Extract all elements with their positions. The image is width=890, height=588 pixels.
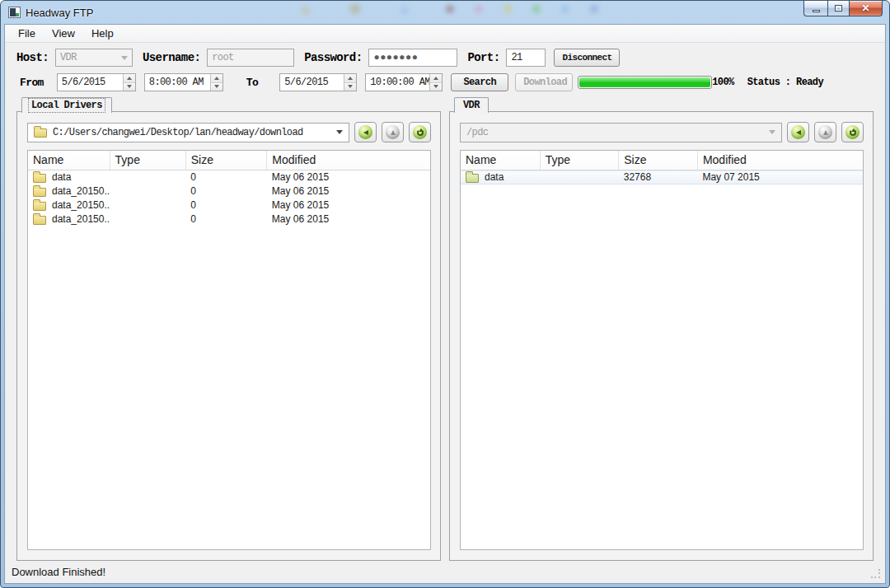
column-header-type[interactable]: Type bbox=[540, 151, 619, 170]
local-file-list: Name Type Size Modified data bbox=[27, 150, 431, 550]
file-row[interactable]: data_20150... 0 May 06 2015 bbox=[28, 212, 430, 226]
titlebar[interactable]: Headway FTP ✕ bbox=[1, 1, 889, 24]
close-icon: ✕ bbox=[861, 3, 869, 13]
progress-fill bbox=[579, 77, 710, 87]
app-icon bbox=[8, 7, 21, 18]
column-header-modified[interactable]: Modified bbox=[697, 151, 863, 170]
column-header-size[interactable]: Size bbox=[185, 151, 267, 170]
remote-path-combo[interactable]: /pdc bbox=[460, 123, 782, 142]
host-value: VDR bbox=[60, 52, 77, 63]
search-toolbar: From 5/6/2015 8:00:00 AM To 5/6/2015 10:… bbox=[5, 72, 885, 93]
status-bar-text: Download Finished! bbox=[12, 566, 105, 578]
file-name: data_20150... bbox=[52, 213, 110, 225]
spinner-up-icon[interactable] bbox=[430, 74, 442, 83]
local-refresh-button[interactable] bbox=[409, 122, 431, 142]
folder-icon bbox=[34, 128, 47, 138]
refresh-icon bbox=[850, 129, 856, 136]
host-combo[interactable]: VDR bbox=[55, 49, 133, 67]
menu-view[interactable]: View bbox=[44, 26, 83, 41]
dropdown-arrow-icon[interactable] bbox=[336, 130, 343, 134]
to-time-spinner[interactable]: 10:00:00 AM bbox=[365, 73, 443, 91]
file-name: data bbox=[52, 171, 71, 183]
password-value: ●●●●●●● bbox=[373, 52, 418, 63]
progress-percent: 100% bbox=[712, 77, 733, 88]
from-date-spinner[interactable]: 5/6/2015 bbox=[57, 73, 136, 91]
tab-local-drivers-label: Local Drivers bbox=[28, 98, 105, 113]
column-header-size[interactable]: Size bbox=[619, 151, 698, 170]
username-value: root bbox=[212, 52, 233, 63]
username-label: Username: bbox=[143, 51, 200, 64]
folder-icon bbox=[33, 188, 46, 197]
maximize-icon bbox=[835, 5, 842, 12]
file-type bbox=[110, 212, 185, 226]
table-header-row: Name Type Size Modified bbox=[28, 151, 430, 170]
username-field[interactable]: root bbox=[207, 49, 294, 67]
spinner-up-icon[interactable] bbox=[344, 74, 356, 83]
spinner-up-icon[interactable] bbox=[124, 74, 135, 83]
local-go-button[interactable] bbox=[354, 122, 377, 142]
to-time-value: 10:00:00 AM bbox=[366, 74, 429, 91]
file-size: 0 bbox=[185, 212, 267, 226]
file-row[interactable]: data 0 May 06 2015 bbox=[28, 170, 430, 184]
file-row[interactable]: data_20150... 0 May 06 2015 bbox=[28, 184, 430, 198]
refresh-icon bbox=[417, 129, 424, 136]
up-arrow-icon bbox=[823, 130, 828, 135]
folder-icon bbox=[33, 216, 46, 225]
titlebar-glass-reflection bbox=[281, 2, 660, 21]
remote-panel: VDR /pdc bbox=[449, 96, 874, 561]
from-time-value: 8:00:00 AM bbox=[145, 74, 210, 91]
file-size: 0 bbox=[185, 198, 267, 212]
minimize-button[interactable] bbox=[803, 1, 827, 16]
disconnect-button[interactable]: Disconnect bbox=[554, 49, 620, 67]
port-field[interactable]: 21 bbox=[506, 49, 546, 67]
resize-grip[interactable] bbox=[871, 569, 881, 579]
search-button[interactable]: Search bbox=[451, 73, 508, 91]
download-button[interactable]: Download bbox=[515, 73, 573, 91]
spinner-down-icon[interactable] bbox=[344, 83, 356, 91]
local-path-combo[interactable]: C:/Users/changwei/Desktop/lan/headway/do… bbox=[27, 123, 349, 142]
from-time-spinner[interactable]: 8:00:00 AM bbox=[144, 73, 223, 91]
column-header-name[interactable]: Name bbox=[28, 151, 110, 170]
remote-go-button[interactable] bbox=[787, 122, 809, 142]
tab-local-drivers[interactable]: Local Drivers bbox=[21, 97, 112, 113]
close-button[interactable]: ✕ bbox=[850, 1, 883, 16]
spinner-down-icon[interactable] bbox=[211, 83, 222, 91]
dropdown-arrow-icon[interactable] bbox=[769, 130, 775, 134]
dropdown-arrow-icon bbox=[121, 56, 128, 60]
tab-vdr[interactable]: VDR bbox=[454, 97, 489, 113]
to-date-spinner[interactable]: 5/6/2015 bbox=[279, 73, 357, 91]
to-date-value: 5/6/2015 bbox=[280, 74, 344, 91]
column-header-modified[interactable]: Modified bbox=[267, 151, 430, 170]
remote-refresh-button[interactable] bbox=[841, 122, 864, 142]
file-modified: May 06 2015 bbox=[267, 170, 430, 184]
file-type bbox=[540, 170, 619, 184]
remote-up-button[interactable] bbox=[814, 122, 836, 142]
panels-area: Local Drivers C:/Users/changwei/Desktop/… bbox=[5, 93, 885, 561]
spinner-up-icon[interactable] bbox=[211, 74, 222, 83]
password-field[interactable]: ●●●●●●● bbox=[368, 49, 457, 67]
file-row[interactable]: data 32768 May 07 2015 bbox=[461, 170, 863, 184]
column-header-name[interactable]: Name bbox=[461, 151, 540, 170]
table-header-row: Name Type Size Modified bbox=[461, 151, 863, 170]
spinner-down-icon[interactable] bbox=[430, 83, 442, 91]
status-bar: Download Finished! bbox=[5, 561, 885, 583]
progress-bar bbox=[578, 76, 712, 89]
file-modified: May 06 2015 bbox=[267, 198, 430, 212]
column-header-type[interactable]: Type bbox=[110, 151, 185, 170]
window-title: Headway FTP bbox=[26, 7, 93, 19]
maximize-button[interactable] bbox=[827, 1, 850, 16]
local-up-button[interactable] bbox=[382, 122, 404, 142]
menu-help[interactable]: Help bbox=[83, 26, 122, 41]
spinner-down-icon[interactable] bbox=[124, 83, 135, 91]
file-name: data_20150... bbox=[52, 199, 110, 211]
password-label: Password: bbox=[304, 51, 362, 64]
client-area: File View Help Host: VDR Username: root … bbox=[4, 24, 886, 584]
from-date-value: 5/6/2015 bbox=[58, 74, 123, 91]
tab-vdr-label: VDR bbox=[461, 99, 482, 112]
folder-icon bbox=[466, 174, 479, 183]
file-row[interactable]: data_20150... 0 May 06 2015 bbox=[28, 198, 430, 212]
back-arrow-icon bbox=[796, 130, 801, 135]
file-type bbox=[110, 184, 185, 198]
file-modified: May 06 2015 bbox=[267, 212, 430, 226]
menu-file[interactable]: File bbox=[10, 26, 44, 41]
